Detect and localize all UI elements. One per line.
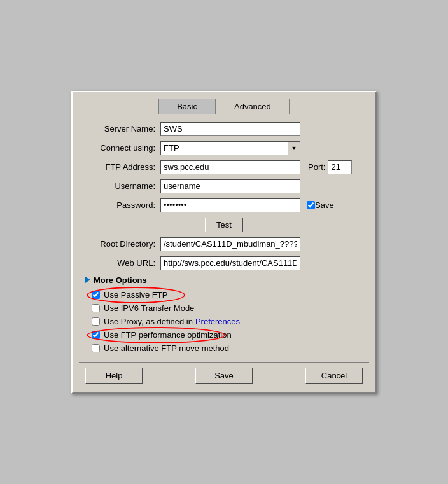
ftp-address-input[interactable] xyxy=(160,160,300,174)
preferences-link[interactable]: Preferences xyxy=(195,317,240,326)
more-options-title: More Options xyxy=(94,275,147,285)
save-password-label: Save xyxy=(315,200,334,210)
options-area: Use Passive FTP Use IPV6 Transfer Mode U… xyxy=(79,290,369,353)
use-alt-ftp-row: Use alternative FTP move method xyxy=(92,343,363,353)
use-passive-ftp-row: Use Passive FTP xyxy=(92,290,363,300)
use-ipv6-label: Use IPV6 Transfer Mode xyxy=(104,303,194,313)
use-ipv6-row: Use IPV6 Transfer Mode xyxy=(92,303,363,313)
use-ftp-perf-row: Use FTP performance optimization xyxy=(92,330,363,340)
use-ftp-perf-checkbox[interactable] xyxy=(92,331,100,339)
server-name-input[interactable] xyxy=(160,122,300,136)
use-passive-ftp-checkbox[interactable] xyxy=(92,291,100,299)
test-button[interactable]: Test xyxy=(205,218,243,232)
test-row: Test xyxy=(85,218,363,232)
connect-using-row: Connect using: FTP SFTP FTP over SSL/TLS… xyxy=(85,141,363,155)
connect-using-wrapper: FTP SFTP FTP over SSL/TLS ▼ xyxy=(160,141,300,155)
password-input[interactable] xyxy=(160,198,300,212)
use-ftp-perf-label: Use FTP performance optimization xyxy=(104,330,232,340)
username-label: Username: xyxy=(85,181,155,191)
bottom-buttons: Help Save Cancel xyxy=(79,362,369,386)
web-url-row: Web URL: xyxy=(85,256,363,270)
tab-basic[interactable]: Basic xyxy=(158,99,216,114)
passive-ftp-highlight: Use Passive FTP xyxy=(92,290,167,300)
use-alt-ftp-label: Use alternative FTP move method xyxy=(104,343,229,353)
connect-using-select[interactable]: FTP SFTP FTP over SSL/TLS xyxy=(160,141,300,155)
web-url-input[interactable] xyxy=(160,256,300,270)
password-row: Password: Save xyxy=(85,198,363,212)
save-password-checkbox[interactable] xyxy=(307,201,315,209)
section-line xyxy=(152,280,369,280)
collapse-triangle-icon[interactable] xyxy=(85,277,90,283)
root-dir-label: Root Directory: xyxy=(85,239,155,249)
root-dir-row: Root Directory: xyxy=(85,237,363,251)
port-label: Port: xyxy=(308,162,325,172)
tab-advanced[interactable]: Advanced xyxy=(216,99,290,114)
username-input[interactable] xyxy=(160,179,300,193)
password-label: Password: xyxy=(85,200,155,210)
username-row: Username: xyxy=(85,179,363,193)
web-url-label: Web URL: xyxy=(85,258,155,268)
connect-using-label: Connect using: xyxy=(85,143,155,153)
use-proxy-label: Use Proxy, as defined in xyxy=(104,317,193,326)
cancel-button[interactable]: Cancel xyxy=(305,368,363,384)
save-button[interactable]: Save xyxy=(195,368,253,384)
dialog: Basic Advanced Server Name: Connect usin… xyxy=(71,91,377,394)
port-input[interactable] xyxy=(328,160,352,174)
server-name-row: Server Name: xyxy=(85,122,363,136)
use-passive-ftp-label: Use Passive FTP xyxy=(104,290,167,300)
use-proxy-checkbox[interactable] xyxy=(92,317,100,326)
ftp-address-row: FTP Address: Port: xyxy=(85,160,363,174)
tab-bar: Basic Advanced xyxy=(79,99,369,114)
help-button[interactable]: Help xyxy=(85,368,143,384)
save-checkbox-area: Save xyxy=(307,200,334,210)
root-dir-input[interactable] xyxy=(160,237,300,251)
ftp-address-label: FTP Address: xyxy=(85,162,155,172)
more-options-divider: More Options xyxy=(79,275,369,285)
use-alt-ftp-checkbox[interactable] xyxy=(92,344,100,352)
form-area: Server Name: Connect using: FTP SFTP FTP… xyxy=(79,122,369,270)
use-proxy-row: Use Proxy, as defined in Preferences xyxy=(92,317,363,326)
server-name-label: Server Name: xyxy=(85,124,155,134)
use-ipv6-checkbox[interactable] xyxy=(92,304,100,312)
ftp-perf-highlight: Use FTP performance optimization xyxy=(92,330,232,340)
